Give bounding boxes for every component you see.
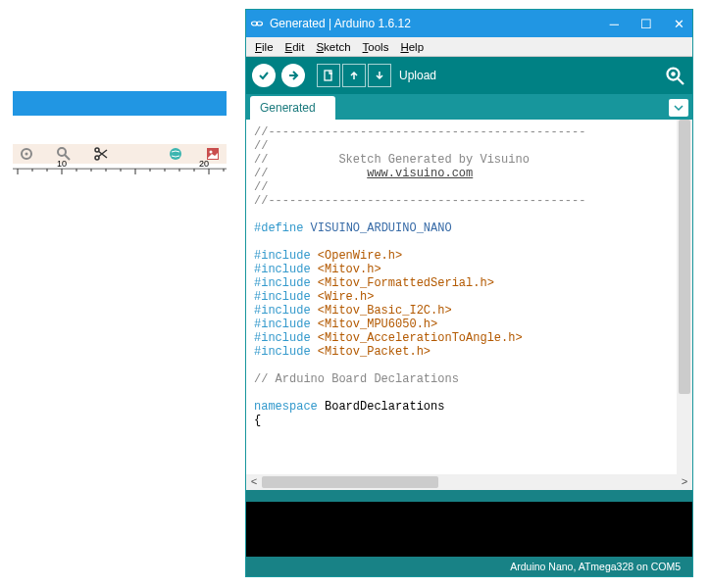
code-line <box>254 235 684 249</box>
tab-row: Generated <box>246 94 692 120</box>
maximize-button[interactable]: ☐ <box>640 17 652 31</box>
svg-point-32 <box>671 72 676 76</box>
menu-tools[interactable]: Tools <box>358 40 394 54</box>
toolbar: Upload <box>246 57 692 94</box>
world-icon[interactable] <box>168 146 183 162</box>
menu-sketch[interactable]: Sketch <box>311 40 355 54</box>
serial-monitor-button[interactable] <box>663 64 686 87</box>
upload-button[interactable] <box>281 64 305 87</box>
code-line: { <box>254 414 684 427</box>
close-button[interactable]: ✕ <box>674 17 684 31</box>
code-line: namespace BoardDeclarations <box>254 400 684 414</box>
horizontal-scrollbar[interactable]: < > <box>246 474 692 490</box>
gear-icon[interactable] <box>19 146 34 162</box>
left-toolbar <box>13 144 227 164</box>
code-line <box>254 359 684 372</box>
divider <box>246 490 692 502</box>
vertical-scrollbar[interactable] <box>677 120 692 474</box>
svg-point-10 <box>210 151 213 154</box>
ruler: 10 20 <box>13 168 227 187</box>
left-blue-bar <box>13 91 227 116</box>
code-line: #include <Mitov_AccelerationToAngle.h> <box>254 331 684 345</box>
statusbar: Arduino Nano, ATmega328 on COM5 <box>246 557 692 576</box>
code-editor[interactable]: //--------------------------------------… <box>246 120 692 490</box>
scroll-left-arrow[interactable]: < <box>246 476 262 488</box>
svg-line-31 <box>678 78 684 84</box>
console[interactable] <box>246 502 692 557</box>
minimize-button[interactable]: ─ <box>610 17 619 31</box>
arduino-window: Generated | Arduino 1.6.12 ─ ☐ ✕ File Ed… <box>245 9 693 577</box>
code-line: #include <Mitov.h> <box>254 263 684 276</box>
code-line: //--------------------------------------… <box>254 194 684 208</box>
code-line: // Sketch Generated by Visuino <box>254 153 684 167</box>
code-line: #include <Mitov_MPU6050.h> <box>254 318 684 331</box>
toolbar-action-label: Upload <box>399 69 663 82</box>
code-line: // www.visuino.com <box>254 167 684 180</box>
tab-generated[interactable]: Generated <box>250 96 335 120</box>
scissors-icon[interactable] <box>93 146 109 162</box>
scrollbar-thumb[interactable] <box>262 476 438 488</box>
code-line: #include <Wire.h> <box>254 290 684 304</box>
verify-button[interactable] <box>252 64 276 87</box>
svg-point-2 <box>58 148 66 156</box>
code-line: #include <Mitov_FormattedSerial.h> <box>254 276 684 290</box>
new-button[interactable] <box>317 64 340 87</box>
code-line: #include <Mitov_Basic_I2C.h> <box>254 304 684 318</box>
code-line: // <box>254 139 684 153</box>
menu-edit[interactable]: Edit <box>280 40 310 54</box>
svg-rect-29 <box>325 71 331 80</box>
open-button[interactable] <box>342 64 366 87</box>
code-line: // <box>254 180 684 194</box>
menu-file[interactable]: File <box>250 40 279 54</box>
titlebar[interactable]: Generated | Arduino 1.6.12 ─ ☐ ✕ <box>246 10 692 37</box>
ruler-mark-20: 20 <box>199 159 209 169</box>
window-title: Generated | Arduino 1.6.12 <box>270 17 610 30</box>
save-button[interactable] <box>368 64 391 87</box>
left-panel: 10 20 <box>13 91 227 187</box>
scrollbar-thumb[interactable] <box>679 120 690 394</box>
arduino-logo-icon <box>250 17 264 30</box>
code-line: #include <OpenWire.h> <box>254 249 684 263</box>
status-text: Arduino Nano, ATmega328 on COM5 <box>510 561 681 572</box>
tab-dropdown-button[interactable] <box>669 99 688 117</box>
code-line: //--------------------------------------… <box>254 125 684 139</box>
code-line <box>254 208 684 221</box>
code-line: #define VISUINO_ARDUINO_NANO <box>254 221 684 235</box>
menubar: File Edit Sketch Tools Help <box>246 37 692 57</box>
menu-help[interactable]: Help <box>395 40 429 54</box>
code-line <box>254 386 684 400</box>
svg-point-8 <box>170 148 181 160</box>
ruler-mark-10: 10 <box>57 159 67 169</box>
scroll-track[interactable] <box>262 476 677 488</box>
scroll-right-arrow[interactable]: > <box>677 476 692 488</box>
code-line: #include <Mitov_Packet.h> <box>254 345 684 359</box>
code-line: // Arduino Board Declarations <box>254 372 684 386</box>
svg-point-1 <box>25 153 28 156</box>
